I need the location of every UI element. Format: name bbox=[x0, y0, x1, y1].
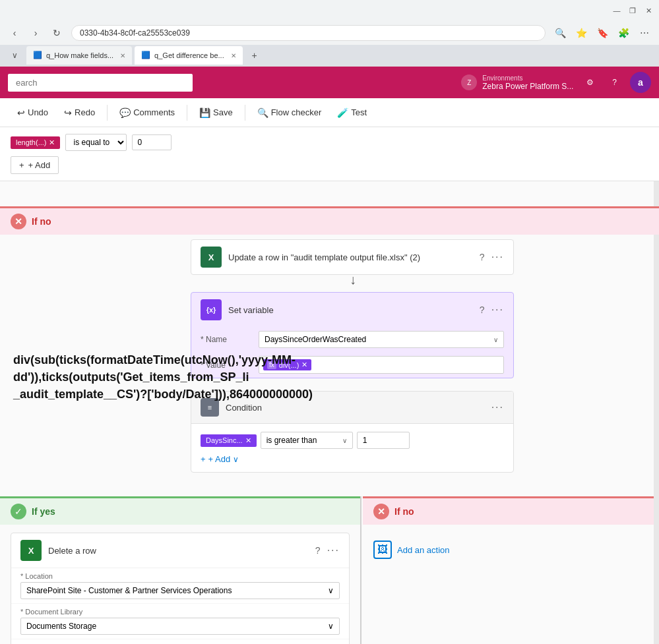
condition-add-button[interactable]: + + Add ∨ bbox=[201, 449, 504, 464]
location-chevron-icon: ∨ bbox=[328, 586, 334, 595]
browser-controls: — ❐ ✕ bbox=[612, 5, 654, 16]
tab-2-close[interactable]: ✕ bbox=[231, 52, 236, 59]
browser-titlebar: — ❐ ✕ bbox=[0, 0, 659, 21]
bookmark-icon[interactable]: ⭐ bbox=[572, 24, 590, 42]
chevron-icon[interactable]: ∨ bbox=[5, 46, 24, 65]
if-yes-banner: ✓ If yes bbox=[0, 496, 360, 525]
test-icon: 🧪 bbox=[337, 107, 348, 118]
back-button[interactable]: ‹ bbox=[5, 24, 24, 42]
token-close-icon[interactable]: ✕ bbox=[301, 361, 307, 369]
comments-button[interactable]: 💬 Comments bbox=[113, 103, 181, 122]
environment-info: Z Environments Zebra Power Platform S... bbox=[461, 74, 573, 91]
update-row-help[interactable]: ? bbox=[480, 252, 485, 262]
search-container bbox=[8, 74, 193, 92]
delete-row-help[interactable]: ? bbox=[315, 545, 321, 556]
new-tab-button[interactable]: + bbox=[245, 46, 264, 65]
scrollbar-track[interactable] bbox=[654, 127, 659, 644]
tab-2[interactable]: 🟦 q_Get difference be... ✕ bbox=[135, 46, 243, 65]
variable-icon: {x} bbox=[201, 299, 222, 320]
if-yes-label: If yes bbox=[32, 506, 55, 517]
if-no-x-icon-2: ✕ bbox=[373, 504, 389, 519]
set-variable-help[interactable]: ? bbox=[480, 305, 485, 315]
comments-icon: 💬 bbox=[119, 107, 131, 118]
redo-label: Redo bbox=[75, 107, 95, 117]
flow-checker-icon: 🔍 bbox=[257, 107, 268, 118]
env-label: Environments bbox=[482, 74, 573, 82]
condition-icon: ≡ bbox=[201, 398, 219, 417]
redo-button[interactable]: ↪ Redo bbox=[57, 103, 102, 122]
fx-icon: fx bbox=[267, 361, 276, 369]
more-options-icon[interactable]: ⋯ bbox=[635, 24, 654, 42]
excel-icon: X bbox=[201, 247, 222, 268]
add-button[interactable]: + + Add bbox=[11, 156, 59, 174]
value-token[interactable]: fx div(...) ✕ bbox=[263, 359, 311, 370]
delete-row-card: X Delete a row ? ··· * Location SharePoi… bbox=[11, 533, 350, 644]
help-button[interactable]: ? bbox=[607, 75, 622, 90]
update-row-ellipsis[interactable]: ··· bbox=[491, 251, 504, 263]
address-bar[interactable]: 0330-4b34-8c0f-ca25553ce039 bbox=[71, 25, 546, 41]
add-action-label: Add an action bbox=[397, 545, 450, 555]
document-library-value: Documents Storage bbox=[26, 622, 96, 631]
condition-operator-select[interactable]: is greater than ∨ bbox=[261, 432, 353, 449]
help-icon: ? bbox=[612, 78, 617, 87]
browser-tabs: ∨ 🟦 q_How make fields... ✕ 🟦 q_Get diffe… bbox=[0, 45, 659, 66]
tab-1[interactable]: 🟦 q_How make fields... ✕ bbox=[26, 46, 132, 65]
close-button[interactable]: ✕ bbox=[643, 5, 654, 16]
browser-nav-icons: ‹ › ↻ bbox=[5, 24, 66, 42]
condition-plus-icon: + bbox=[201, 454, 206, 464]
test-button[interactable]: 🧪 Test bbox=[330, 103, 373, 122]
condition-value-input[interactable] bbox=[357, 432, 410, 449]
tab-1-close[interactable]: ✕ bbox=[120, 52, 125, 59]
save-button[interactable]: 💾 Save bbox=[193, 103, 239, 122]
add-action-button[interactable]: 🖼 Add an action bbox=[363, 525, 659, 575]
condition-add-label: + Add bbox=[208, 454, 231, 464]
user-avatar[interactable]: a bbox=[630, 72, 651, 93]
document-library-select[interactable]: Documents Storage ∨ bbox=[20, 618, 340, 635]
update-row-title: Update a row in "audit template output f… bbox=[228, 252, 473, 262]
add-button-container: + + Add bbox=[11, 156, 648, 174]
update-row-card: X Update a row in "audit template output… bbox=[191, 239, 514, 275]
main-canvas: length(...) ✕ is equal to + + Add ✕ If n… bbox=[0, 127, 659, 644]
update-row-header: X Update a row in "audit template output… bbox=[191, 240, 513, 274]
save-bookmark-icon[interactable]: 🔖 bbox=[593, 24, 612, 42]
flow-checker-button[interactable]: 🔍 Flow checker bbox=[251, 103, 329, 122]
filter-value-input[interactable] bbox=[132, 134, 172, 150]
search-input[interactable] bbox=[8, 74, 193, 92]
redo-icon: ↪ bbox=[64, 107, 72, 118]
filter-operator-select[interactable]: is equal to bbox=[65, 134, 127, 151]
if-no-x-icon: ✕ bbox=[11, 214, 26, 229]
value-field-row: * Value fx div(...) ✕ bbox=[191, 352, 513, 378]
delete-row-icon: X bbox=[20, 540, 42, 561]
file-field: * File /Reporting & Business Analytics (… bbox=[11, 639, 349, 644]
forward-button[interactable]: › bbox=[26, 24, 45, 42]
env-icon: Z bbox=[461, 74, 477, 90]
condition-token-close[interactable]: ✕ bbox=[245, 436, 251, 445]
if-no-panel-banner: ✕ If no bbox=[363, 496, 659, 525]
undo-icon: ↩ bbox=[17, 107, 25, 118]
maximize-button[interactable]: ❐ bbox=[627, 5, 638, 16]
value-field-label: * Value bbox=[201, 361, 253, 370]
extensions-icon[interactable]: 🧩 bbox=[614, 24, 633, 42]
if-no-banner: ✕ If no bbox=[0, 206, 659, 235]
if-no-panel-label: If no bbox=[394, 506, 414, 517]
filter-token[interactable]: length(...) ✕ bbox=[11, 136, 60, 149]
name-field-select[interactable]: DaysSinceOrderWasCreated ∨ bbox=[259, 331, 504, 348]
refresh-button[interactable]: ↻ bbox=[47, 24, 66, 42]
settings-button[interactable]: ⚙ bbox=[581, 75, 599, 90]
toolbar-separator-2 bbox=[187, 105, 187, 121]
delete-row-ellipsis[interactable]: ··· bbox=[327, 544, 340, 556]
search-icon[interactable]: 🔍 bbox=[551, 24, 569, 42]
if-yes-panel: ✓ If yes X Delete a row ? ··· * Location… bbox=[0, 496, 361, 644]
location-select[interactable]: SharePoint Site - Customer & Partner Ser… bbox=[20, 582, 340, 599]
condition-token[interactable]: DaysSinc... ✕ bbox=[201, 434, 257, 447]
minimize-button[interactable]: — bbox=[612, 5, 622, 16]
value-token-input[interactable]: fx div(...) ✕ bbox=[259, 356, 504, 374]
set-variable-ellipsis[interactable]: ··· bbox=[491, 304, 504, 316]
condition-ellipsis[interactable]: ··· bbox=[491, 401, 504, 413]
delete-row-header: X Delete a row ? ··· bbox=[11, 533, 349, 568]
undo-button[interactable]: ↩ Undo bbox=[11, 103, 55, 122]
browser-chrome: — ❐ ✕ ‹ › ↻ 0330-4b34-8c0f-ca25553ce039 … bbox=[0, 0, 659, 67]
document-library-field: * Document Library Documents Storage ∨ bbox=[11, 604, 349, 639]
condition-token-label: DaysSinc... bbox=[206, 436, 243, 444]
app-header-right: Z Environments Zebra Power Platform S...… bbox=[461, 72, 651, 93]
